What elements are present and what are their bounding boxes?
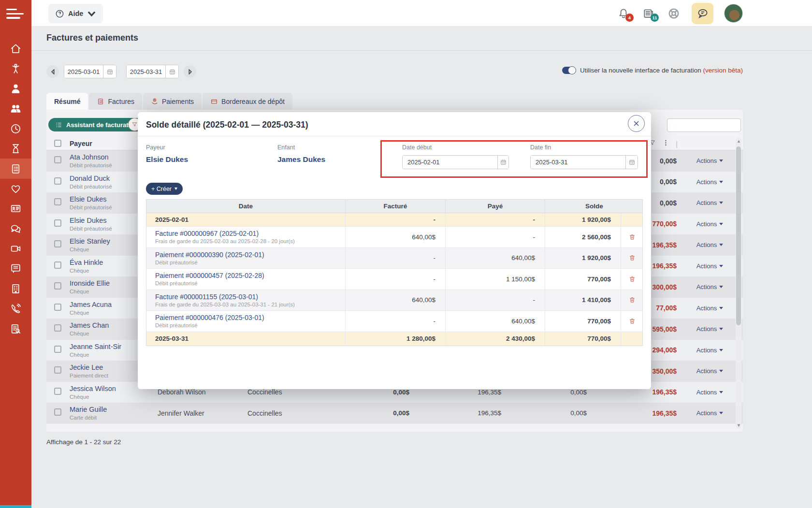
sidebar-item-building[interactable] [0,279,31,299]
scroll-down-icon[interactable]: ▼ [737,423,740,427]
chevron-down-icon [719,223,723,225]
tab-factures[interactable]: Factures [89,93,142,110]
notifications-bell-icon[interactable]: 4 [616,6,631,21]
actions-button[interactable]: Actions [696,305,724,312]
payer-name-link[interactable]: Elsie Dukes [146,155,188,164]
row-checkbox[interactable] [54,324,61,332]
transaction-link[interactable]: Paiement #000000457 (2025-02-28) [146,272,345,279]
row-checkbox[interactable] [54,198,61,205]
sidebar-item-video[interactable] [0,239,31,259]
balance-cell: 196,35$ [588,409,677,417]
actions-button[interactable]: Actions [696,409,724,417]
actions-button[interactable]: Actions [696,220,724,228]
trash-icon[interactable] [628,254,636,262]
date-end-input[interactable] [531,156,625,169]
actions-button[interactable]: Actions [696,325,724,333]
row-checkbox[interactable] [54,366,61,374]
sidebar-item-clock[interactable] [0,119,31,139]
scrollbar-thumb[interactable] [736,146,741,325]
sidebar-item-home[interactable] [0,39,31,58]
actions-button[interactable]: Actions [696,199,724,206]
trash-icon[interactable] [628,233,636,241]
vertical-scrollbar[interactable]: ▲ ▼ [736,138,741,429]
modal-close-button[interactable] [628,115,645,132]
row-checkbox[interactable] [54,240,61,247]
row-checkbox[interactable] [54,304,61,311]
sidebar-item-id-card[interactable] [0,199,31,218]
tab-bordereaux-de-d-p-t[interactable]: Bordereaux de dépôt [203,93,292,110]
row-checkbox[interactable] [54,388,61,395]
actions-button[interactable]: Actions [696,262,724,270]
row-checkbox[interactable] [54,408,61,416]
reports-icon [10,323,22,335]
help-label: Aide [68,10,83,17]
transaction-link[interactable]: Paiement #000000476 (2025-03-01) [146,314,345,321]
transaction-sub-label: Débit préautorisé [146,280,345,286]
trash-icon[interactable] [628,317,636,325]
actions-button[interactable]: Actions [696,367,724,375]
calendar-icon[interactable] [103,65,116,78]
sidebar-item-educator[interactable] [0,79,31,99]
row-checkbox[interactable] [54,346,61,353]
summary-row: 2025-03-311 280,00$2 430,00$770,00$ [146,332,642,346]
support-chat-button[interactable] [692,3,713,24]
sidebar-item-hourglass[interactable] [0,139,31,159]
actions-button[interactable]: Actions [696,283,724,290]
sidebar-item-health[interactable] [0,179,31,199]
tab-paiements[interactable]: Paiements [143,93,202,110]
actions-button[interactable]: Actions [696,241,724,248]
payer-name-link[interactable]: Marie Guille [70,406,158,414]
select-all-checkbox[interactable] [54,140,61,147]
transaction-link[interactable]: Facture #000000967 (2025-02-01) [146,230,345,237]
summary-date: 2025-02-01 [146,213,345,226]
balance-cell: 1 920,00$ [545,248,621,269]
sidebar-item-phone[interactable] [0,299,31,319]
row-checkbox[interactable] [54,261,61,269]
help-button[interactable]: Aide [48,4,103,23]
child-name-link[interactable]: James Dukes [277,155,325,164]
billing-news-icon[interactable]: 11 [641,6,656,21]
amount-cell: - [345,248,445,269]
search-input[interactable] [667,118,741,132]
transaction-link[interactable]: Facture #000001155 (2025-03-01) [146,293,345,301]
checkbox-cell [46,177,70,187]
tab-r-sum-[interactable]: Résumé [46,93,88,110]
sidebar-item-child[interactable] [0,58,31,78]
actions-button[interactable]: Actions [696,389,724,396]
actions-cell: Actions [677,409,743,417]
hamburger-menu-icon[interactable] [6,9,25,21]
sidebar-item-reports[interactable] [0,319,31,338]
tabs: RésuméFacturesPaiementsBordereaux de dép… [46,93,292,110]
calendar-icon[interactable] [497,156,508,169]
row-checkbox[interactable] [54,156,61,163]
beta-interface-toggle[interactable] [562,67,576,74]
row-checkbox[interactable] [54,219,61,227]
actions-label: Actions [696,220,717,228]
calendar-icon[interactable] [165,65,178,78]
create-button[interactable]: + Créer [146,183,183,195]
transaction-link[interactable]: Paiement #000000390 (2025-02-01) [146,251,345,259]
sidebar-item-families[interactable] [0,99,31,118]
next-period-button[interactable] [184,65,196,78]
sidebar-item-billing[interactable] [0,159,31,178]
actions-button[interactable]: Actions [696,347,724,354]
row-checkbox[interactable] [54,282,61,290]
date-start-input[interactable] [403,156,497,169]
kebab-menu-icon[interactable] [662,139,669,148]
trash-icon[interactable] [628,296,636,304]
lifering-icon[interactable] [667,6,681,21]
sidebar-item-messages[interactable] [0,219,31,239]
chevron-down-icon [719,265,723,267]
date-from-input[interactable] [64,65,103,78]
calendar-icon[interactable] [625,156,638,169]
scroll-up-icon[interactable]: ▲ [737,139,740,143]
sidebar-item-notes[interactable] [0,259,31,278]
child-name: Jennifer Walker [158,409,247,417]
actions-button[interactable]: Actions [696,157,724,164]
user-avatar[interactable] [724,4,743,23]
trash-icon[interactable] [628,275,636,283]
date-to-input[interactable] [127,65,165,78]
previous-period-button[interactable] [46,65,59,78]
actions-button[interactable]: Actions [696,178,724,186]
row-checkbox[interactable] [54,177,61,185]
